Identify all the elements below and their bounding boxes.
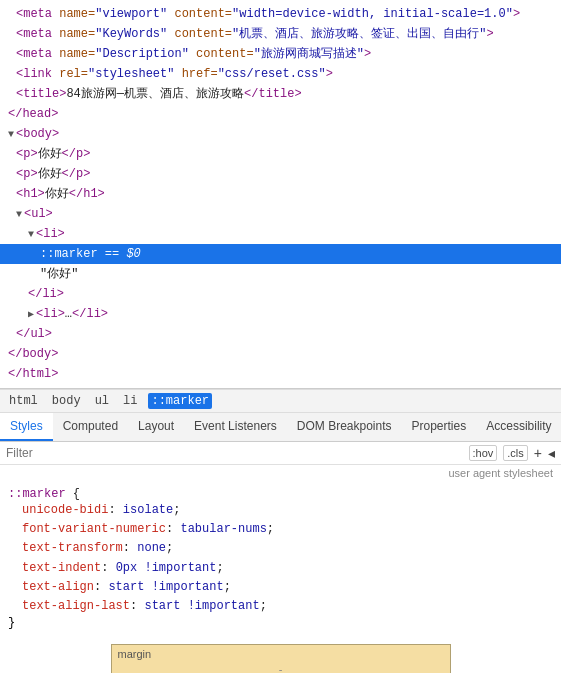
tab-computed[interactable]: Computed — [53, 413, 128, 441]
filter-bar: :hov .cls + ◂ — [0, 442, 561, 465]
dom-line[interactable]: </html> — [0, 364, 561, 384]
css-prop-name: text-indent — [22, 561, 101, 575]
dom-line[interactable]: ▼<ul> — [0, 204, 561, 224]
dom-line[interactable]: ▼<body> — [0, 124, 561, 144]
filter-cls-button[interactable]: .cls — [503, 445, 528, 461]
dom-line[interactable]: <meta name="Description" content="旅游网商城写… — [0, 44, 561, 64]
margin-label: margin — [112, 645, 450, 663]
dom-tree: <meta name="viewport" content="width=dev… — [0, 0, 561, 389]
filter-hov-button[interactable]: :hov — [469, 445, 498, 461]
margin-top-value: - — [112, 663, 450, 673]
breadcrumb-bar: htmlbodyulli::marker — [0, 389, 561, 413]
dom-line[interactable]: </ul> — [0, 324, 561, 344]
breadcrumb-item-html[interactable]: html — [6, 393, 41, 409]
css-prop-value: start !important — [144, 599, 259, 613]
css-property-line: text-indent: 0px !important; — [8, 559, 553, 578]
tab-layout[interactable]: Layout — [128, 413, 184, 441]
css-rules: ::marker {unicode-bidi: isolate;font-var… — [0, 481, 561, 636]
dom-line[interactable]: </head> — [0, 104, 561, 124]
tab-properties[interactable]: Properties — [402, 413, 477, 441]
dom-line[interactable]: <p>你好</p> — [0, 144, 561, 164]
filter-arrow-button[interactable]: ◂ — [548, 445, 555, 461]
dom-line[interactable]: <title>84旅游网—机票、酒店、旅游攻略</title> — [0, 84, 561, 104]
user-agent-label: user agent stylesheet — [0, 465, 561, 481]
css-prop-value: none — [137, 541, 166, 555]
css-property-line: unicode-bidi: isolate; — [8, 501, 553, 520]
css-prop-name: font-variant-numeric — [22, 522, 166, 536]
dom-line[interactable]: "你好" — [0, 264, 561, 284]
box-model-area: margin - - border - - padding - - — [0, 636, 561, 673]
box-model-margin: margin - - border - - padding - - — [111, 644, 451, 673]
css-close-brace: } — [8, 616, 553, 630]
css-prop-name: text-transform — [22, 541, 123, 555]
css-prop-name: unicode-bidi — [22, 503, 108, 517]
breadcrumb-item-li[interactable]: li — [120, 393, 140, 409]
dom-line[interactable]: ::marker == $0 — [0, 244, 561, 264]
dom-line[interactable]: <meta name="KeyWords" content="机票、酒店、旅游攻… — [0, 24, 561, 44]
css-property-line: text-align-last: start !important; — [8, 597, 553, 616]
css-property-line: text-align: start !important; — [8, 578, 553, 597]
dom-line[interactable]: <meta name="viewport" content="width=dev… — [0, 4, 561, 24]
css-prop-value: start !important — [108, 580, 223, 594]
css-property-line: text-transform: none; — [8, 539, 553, 558]
css-prop-value: 0px !important — [116, 561, 217, 575]
dom-line[interactable]: <p>你好</p> — [0, 164, 561, 184]
dom-line[interactable]: <h1>你好</h1> — [0, 184, 561, 204]
dom-line[interactable]: </body> — [0, 344, 561, 364]
css-selector-line: ::marker { — [8, 487, 553, 501]
css-prop-value: isolate — [123, 503, 173, 517]
css-selector: ::marker — [8, 487, 66, 501]
tab-event-listeners[interactable]: Event Listeners — [184, 413, 287, 441]
styles-panel: :hov .cls + ◂ user agent stylesheet ::ma… — [0, 442, 561, 673]
tab-accessibility[interactable]: Accessibility — [476, 413, 561, 441]
dom-line[interactable]: ▶<li>…</li> — [0, 304, 561, 324]
breadcrumb-item-ul[interactable]: ul — [92, 393, 112, 409]
tab-styles[interactable]: Styles — [0, 413, 53, 441]
breadcrumb-item-::marker[interactable]: ::marker — [148, 393, 212, 409]
css-open-brace: { — [73, 487, 80, 501]
tab-dom-breakpoints[interactable]: DOM Breakpoints — [287, 413, 402, 441]
dom-line[interactable]: </li> — [0, 284, 561, 304]
filter-input[interactable] — [6, 446, 463, 460]
css-prop-name: text-align-last — [22, 599, 130, 613]
breadcrumb-item-body[interactable]: body — [49, 393, 84, 409]
filter-plus-button[interactable]: + — [534, 445, 542, 461]
dom-line[interactable]: ▼<li> — [0, 224, 561, 244]
css-property-line: font-variant-numeric: tabular-nums; — [8, 520, 553, 539]
css-prop-value: tabular-nums — [180, 522, 266, 536]
tabs-bar: StylesComputedLayoutEvent ListenersDOM B… — [0, 413, 561, 442]
dom-line[interactable]: <link rel="stylesheet" href="css/reset.c… — [0, 64, 561, 84]
css-prop-name: text-align — [22, 580, 94, 594]
